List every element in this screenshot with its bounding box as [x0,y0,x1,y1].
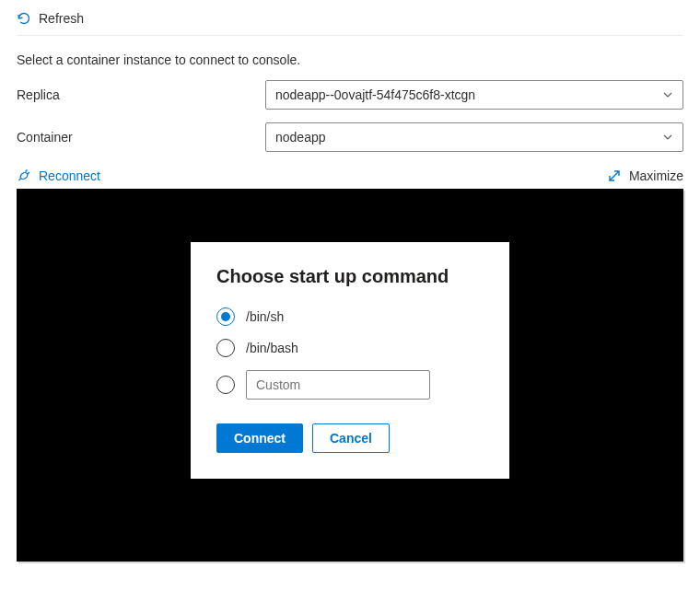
replica-label: Replica [17,87,265,102]
connect-button[interactable]: Connect [216,423,303,453]
radio-binsh[interactable] [216,307,235,326]
svg-line-1 [26,170,28,172]
radio-binbash[interactable] [216,339,235,357]
replica-row: Replica nodeapp--0ovajtf-54f475c6f8-xtcg… [17,80,683,110]
container-row: Container nodeapp [17,122,683,152]
dialog-actions: Connect Cancel [216,423,484,453]
maximize-label: Maximize [629,168,683,183]
svg-line-4 [610,171,619,180]
radio-custom[interactable] [216,376,235,394]
startup-command-dialog: Choose start up command /bin/sh /bin/bas… [191,242,509,479]
svg-line-2 [28,172,29,174]
replica-value: nodeapp--0ovajtf-54f475c6f8-xtcgn [275,87,475,102]
svg-line-3 [19,179,21,180]
plug-icon [17,168,31,183]
instruction-text: Select a container instance to connect t… [17,52,683,67]
refresh-button[interactable]: Refresh [39,11,84,26]
radio-row-custom[interactable] [216,370,484,400]
radio-label-binbash: /bin/bash [246,341,298,355]
container-label: Container [17,130,265,145]
radio-label-binsh: /bin/sh [246,309,284,324]
chevron-down-icon [662,132,673,143]
radio-row-binsh[interactable]: /bin/sh [216,307,484,326]
terminal-pane: Choose start up command /bin/sh /bin/bas… [17,189,683,562]
cancel-button[interactable]: Cancel [312,423,390,453]
dialog-title: Choose start up command [216,266,484,287]
replica-select[interactable]: nodeapp--0ovajtf-54f475c6f8-xtcgn [265,80,683,110]
chevron-down-icon [662,89,673,100]
expand-icon [607,168,622,183]
custom-command-input[interactable] [246,370,430,400]
reconnect-button[interactable]: Reconnect [17,168,100,183]
command-bar: Refresh [17,7,683,36]
container-select[interactable]: nodeapp [265,122,683,152]
maximize-button[interactable]: Maximize [607,168,683,183]
refresh-icon [17,11,31,26]
reconnect-label: Reconnect [39,168,100,183]
radio-row-binbash[interactable]: /bin/bash [216,339,484,357]
console-toolbar: Reconnect Maximize [17,168,683,183]
console-page: Refresh Select a container instance to c… [0,0,700,591]
container-value: nodeapp [275,130,326,145]
